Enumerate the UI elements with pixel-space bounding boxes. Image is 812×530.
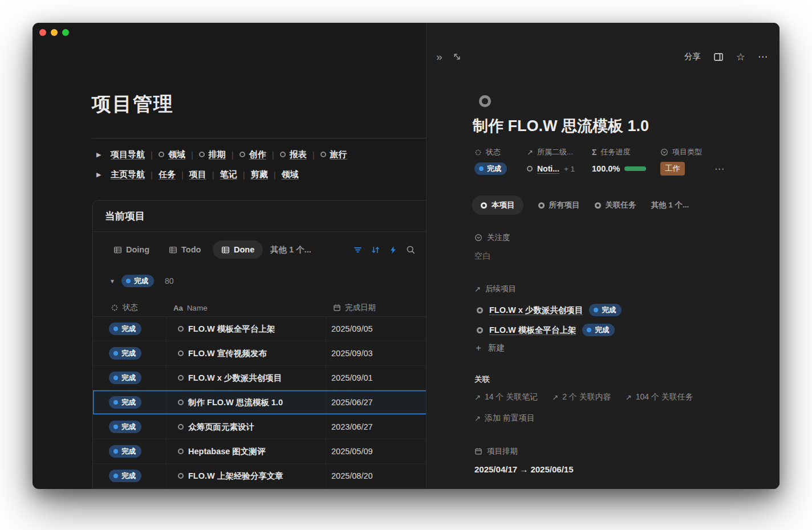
view-tab-more[interactable]: 其他 1 个... <box>270 244 311 255</box>
row-title[interactable]: FLO.W 上架经验分享文章 <box>188 471 283 482</box>
property-label-status[interactable]: 状态 <box>474 147 501 157</box>
close-window-button[interactable] <box>39 29 46 36</box>
nav-link-project-nav[interactable]: 项目导航 <box>111 149 145 160</box>
nav-link-domain[interactable]: 领域 <box>159 149 185 160</box>
schedule-property-label[interactable]: 项目排期 <box>474 446 518 456</box>
table-view-icon <box>113 246 122 254</box>
nav-link-report[interactable]: 报表 <box>280 149 307 160</box>
row-title[interactable]: FLO.W x 少数派共创项目 <box>188 373 282 384</box>
sort-icon[interactable] <box>370 244 380 255</box>
favorite-star-icon[interactable]: ☆ <box>736 52 745 62</box>
type-tag[interactable]: 工作 <box>660 162 685 176</box>
row-date[interactable]: 2025/09/03 <box>331 349 373 358</box>
column-header-status[interactable]: 状态 <box>111 303 138 313</box>
column-header-name[interactable]: Aa Name <box>173 303 208 312</box>
app-window: 项目管理 ▶ 项目导航 | 领域 | 排期 | 创作 | 报表 | 旅行 ▶ 主… <box>33 23 779 489</box>
linked-content-count[interactable]: ↗2 个 关联内容 <box>552 392 611 402</box>
relation-arrow-icon: ↗ <box>552 393 558 402</box>
tab-all-projects[interactable]: 所有项目 <box>538 200 580 210</box>
group-status-badge[interactable]: 完成 <box>121 275 154 287</box>
search-icon[interactable] <box>405 244 416 255</box>
filter-icon[interactable] <box>352 244 363 255</box>
expand-page-icon[interactable] <box>452 52 462 62</box>
nav-link-home-nav[interactable]: 主页导航 <box>111 169 145 180</box>
property-label-type[interactable]: 项目类型 <box>660 147 702 157</box>
group-collapse-icon[interactable]: ▼ <box>109 278 115 284</box>
more-properties-icon[interactable]: ⋯ <box>714 161 725 176</box>
nav-link-projects[interactable]: 项目 <box>189 169 206 180</box>
parent-page-link[interactable]: Noti... <box>537 164 559 173</box>
followup-section-label[interactable]: ↗ 后续项目 <box>474 284 516 294</box>
nav-link-domains[interactable]: 领域 <box>282 169 299 180</box>
row-date[interactable]: 2025/09/01 <box>331 373 373 382</box>
status-badge[interactable]: 完成 <box>109 323 141 335</box>
status-dot-icon <box>479 166 484 171</box>
nav-link-tasks[interactable]: 任务 <box>159 169 176 180</box>
property-value-progress[interactable]: 100.0% <box>592 161 646 176</box>
status-badge[interactable]: 完成 <box>109 396 141 409</box>
schedule-date-range[interactable]: 2025/04/17 → 2025/06/15 <box>474 464 573 474</box>
close-peek-chevrons-icon[interactable]: » <box>436 51 442 62</box>
toggle-triangle-icon[interactable]: ▶ <box>96 151 105 158</box>
minimize-window-button[interactable] <box>51 29 58 36</box>
row-date[interactable]: 2025/08/20 <box>331 471 373 480</box>
more-options-icon[interactable]: ⋯ <box>758 52 768 62</box>
peek-page-title[interactable]: 制作 FLO.W 思流模板 1.0 <box>473 116 649 136</box>
row-date[interactable]: 2025/06/27 <box>331 398 373 407</box>
linked-tasks-count[interactable]: ↗104 个 关联任务 <box>626 392 693 402</box>
tab-linked-tasks[interactable]: 关联任务 <box>595 200 636 210</box>
relation-arrow-icon: ↗ <box>474 414 481 423</box>
property-value-parent[interactable]: Noti... + 1 <box>527 161 575 176</box>
followup-item[interactable]: FLO.W x 少数派共创项目 完成 <box>477 302 622 318</box>
linked-notes-count[interactable]: ↗14 个 关联笔记 <box>474 392 538 402</box>
fullscreen-window-button[interactable] <box>62 29 69 36</box>
automation-lightning-icon[interactable] <box>388 244 398 255</box>
row-title[interactable]: FLO.W 宣传视频发布 <box>188 348 267 359</box>
followup-item[interactable]: FLO.W 模板全平台上架 完成 <box>477 322 615 338</box>
column-header-date[interactable]: 完成日期 <box>333 303 376 313</box>
view-tab-done-active[interactable]: Done <box>213 240 263 259</box>
tab-more[interactable]: 其他 1 个... <box>651 200 689 210</box>
divider-pipe: | <box>151 170 153 180</box>
relation-arrow-icon: ↗ <box>474 393 481 402</box>
nav-link-schedule[interactable]: 排期 <box>199 149 226 160</box>
nav-link-clips[interactable]: 剪藏 <box>251 169 268 180</box>
property-value-status[interactable]: 完成 <box>474 161 507 176</box>
page-ring-icon-large[interactable] <box>479 95 491 107</box>
status-badge[interactable]: 完成 <box>109 421 141 433</box>
status-badge[interactable]: 完成 <box>109 445 141 458</box>
new-followup-button[interactable]: + 新建 <box>476 343 505 353</box>
add-predecessor-button[interactable]: ↗ 添加 前置项目 <box>474 413 535 423</box>
page-ring-icon <box>477 307 483 313</box>
row-date[interactable]: 2023/06/27 <box>331 422 373 431</box>
status-badge[interactable]: 完成 <box>109 347 141 360</box>
attention-empty-value[interactable]: 空白 <box>474 251 491 262</box>
row-title[interactable]: 制作 FLO.W 思流模板 1.0 <box>188 397 283 408</box>
page-ring-icon <box>178 399 184 405</box>
status-badge[interactable]: 完成 <box>109 470 141 482</box>
followup-page-link[interactable]: FLO.W x 少数派共创项目 <box>489 305 583 316</box>
toggle-triangle-icon[interactable]: ▶ <box>96 171 105 178</box>
side-peek-layout-icon[interactable] <box>713 52 724 62</box>
row-title[interactable]: FLO.W 模板全平台上架 <box>188 324 275 335</box>
page-ring-icon <box>280 152 286 157</box>
status-badge[interactable]: 完成 <box>109 372 141 384</box>
tab-this-project[interactable]: 本项目 <box>472 195 523 215</box>
view-tab-doing[interactable]: Doing <box>113 245 149 254</box>
row-date[interactable]: 2025/05/09 <box>331 447 373 456</box>
property-value-type[interactable]: 工作 <box>660 161 685 176</box>
row-title[interactable]: 众筹页面元素设计 <box>188 422 254 433</box>
property-label-progress[interactable]: Σ 任务进度 <box>592 147 630 157</box>
row-date[interactable]: 2025/09/05 <box>331 324 373 333</box>
share-button[interactable]: 分享 <box>684 51 701 62</box>
row-title[interactable]: Heptabase 图文测评 <box>188 446 265 457</box>
followup-page-link[interactable]: FLO.W 模板全平台上架 <box>489 325 576 336</box>
relation-arrow-icon: ↗ <box>626 393 632 402</box>
property-label-parent[interactable]: ↗ 所属二级... <box>527 147 573 157</box>
nav-link-notes[interactable]: 笔记 <box>220 169 237 180</box>
status-badge[interactable]: 完成 <box>474 162 507 175</box>
attention-property-label[interactable]: 关注度 <box>474 233 510 243</box>
view-tab-todo[interactable]: Todo <box>169 245 201 254</box>
nav-link-create[interactable]: 创作 <box>239 149 266 160</box>
nav-link-travel[interactable]: 旅行 <box>320 149 347 160</box>
